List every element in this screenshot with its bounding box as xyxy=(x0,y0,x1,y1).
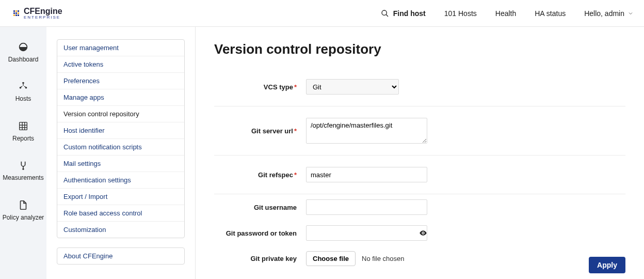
sidebar-label: Policy analyzer xyxy=(3,214,44,221)
find-host-button[interactable]: Find host xyxy=(381,9,426,18)
menu-auth-settings[interactable]: Authentication settings xyxy=(57,172,184,189)
sidebar-item-dashboard[interactable]: Dashboard xyxy=(0,36,46,68)
sidebar-item-hosts[interactable]: Hosts xyxy=(0,75,46,107)
apply-button[interactable]: Apply xyxy=(589,257,625,273)
label-git-refspec: Git refspec* xyxy=(214,171,297,179)
row-git-url: Git server url* /opt/cfengine/masterfile… xyxy=(214,106,625,156)
nav-ha-status[interactable]: HA status xyxy=(535,9,566,18)
menu-mail-settings[interactable]: Mail settings xyxy=(57,156,184,172)
menu-rbac[interactable]: Role based access control xyxy=(57,205,184,222)
user-greeting: Hello, admin xyxy=(584,9,624,18)
logo-subtitle: ENTERPRISE xyxy=(24,16,62,20)
svg-point-2 xyxy=(23,47,24,49)
label-vcs-type: VCS type* xyxy=(214,83,297,91)
svg-point-11 xyxy=(23,169,24,170)
nav-health[interactable]: Health xyxy=(495,9,516,18)
vcs-type-select[interactable]: Git xyxy=(306,79,399,95)
git-password-input[interactable] xyxy=(306,225,427,241)
search-icon xyxy=(381,9,389,18)
sidebar-label: Reports xyxy=(12,135,34,142)
vcs-form: VCS type* Git Git server url* /opt/cfeng… xyxy=(214,68,625,271)
app-header: CFEngine ENTERPRISE Find host 101 Hosts … xyxy=(0,0,644,27)
settings-sidebar: User management Active tokens Preference… xyxy=(46,27,196,279)
menu-custom-notification[interactable]: Custom notification scripts xyxy=(57,139,184,156)
menu-manage-apps[interactable]: Manage apps xyxy=(57,89,184,106)
svg-point-3 xyxy=(22,82,24,84)
reports-icon xyxy=(18,120,29,132)
sidebar-label: Dashboard xyxy=(8,56,39,63)
svg-point-0 xyxy=(382,10,387,15)
menu-host-identifier[interactable]: Host identifier xyxy=(57,122,184,139)
main-content: Version control repository VCS type* Git… xyxy=(196,27,644,279)
sidebar-item-policy-analyzer[interactable]: Policy analyzer xyxy=(0,194,46,226)
page-title: Version control repository xyxy=(214,41,625,57)
about-link[interactable]: About CFEngine xyxy=(57,247,185,265)
measurements-icon xyxy=(18,160,29,171)
sidebar-label: Hosts xyxy=(15,95,31,102)
sidebar-item-reports[interactable]: Reports xyxy=(0,115,46,147)
nav-hosts[interactable]: 101 Hosts xyxy=(444,9,477,18)
sidebar-item-measurements[interactable]: Measurements xyxy=(0,154,46,187)
label-git-username: Git username xyxy=(214,204,297,211)
label-git-url: Git server url* xyxy=(214,127,297,135)
hosts-icon xyxy=(18,81,29,92)
row-git-private-key: Git private key Choose file No file chos… xyxy=(214,246,625,271)
settings-menu: User management Active tokens Preference… xyxy=(57,39,185,238)
sidebar-label: Measurements xyxy=(3,174,43,181)
eye-icon[interactable] xyxy=(419,229,427,237)
user-menu[interactable]: Hello, admin xyxy=(584,9,634,18)
logo-icon xyxy=(13,10,19,16)
label-git-password: Git password or token xyxy=(214,229,297,237)
logo-title: CFEngine xyxy=(24,7,62,16)
menu-user-management[interactable]: User management xyxy=(57,40,184,56)
git-username-input[interactable] xyxy=(306,199,427,215)
menu-preferences[interactable]: Preferences xyxy=(57,73,184,89)
svg-line-1 xyxy=(386,14,388,17)
dashboard-icon xyxy=(18,41,29,53)
row-git-username: Git username xyxy=(214,194,625,220)
git-refspec-input[interactable] xyxy=(306,167,427,182)
menu-customization[interactable]: Customization xyxy=(57,222,184,238)
logo[interactable]: CFEngine ENTERPRISE xyxy=(13,7,62,20)
menu-version-control[interactable]: Version control repository xyxy=(57,106,184,122)
find-host-label: Find host xyxy=(393,9,426,18)
row-git-refspec: Git refspec* xyxy=(214,156,625,194)
label-git-private-key: Git private key xyxy=(214,255,297,262)
file-status: No file chosen xyxy=(362,255,404,262)
header-nav: Find host 101 Hosts Health HA status Hel… xyxy=(381,9,634,18)
svg-rect-6 xyxy=(20,122,27,130)
policy-analyzer-icon xyxy=(18,199,29,211)
primary-sidebar: Dashboard Hosts Reports Measurements Pol… xyxy=(0,27,46,279)
menu-export-import[interactable]: Export / Import xyxy=(57,189,184,205)
menu-active-tokens[interactable]: Active tokens xyxy=(57,56,184,73)
choose-file-button[interactable]: Choose file xyxy=(306,251,356,266)
chevron-down-icon xyxy=(627,10,634,17)
row-git-password: Git password or token xyxy=(214,220,625,246)
git-server-url-input[interactable]: /opt/cfengine/masterfiles.git xyxy=(306,118,427,144)
row-vcs-type: VCS type* Git xyxy=(214,68,625,106)
